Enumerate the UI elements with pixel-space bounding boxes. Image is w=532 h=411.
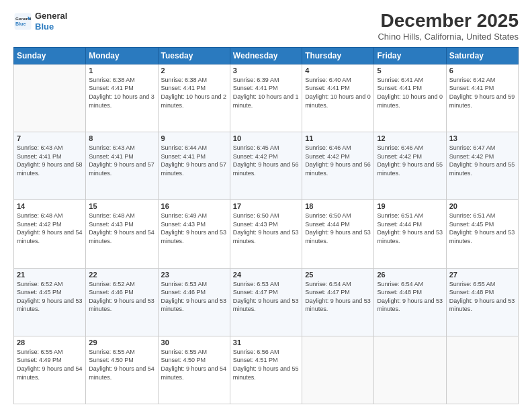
logo-text: General Blue bbox=[35, 11, 67, 32]
calendar-cell: 9Sunrise: 6:44 AMSunset: 4:41 PMDaylight… bbox=[158, 132, 230, 200]
day-info: Sunrise: 6:39 AMSunset: 4:41 PMDaylight:… bbox=[233, 76, 299, 109]
day-number: 29 bbox=[89, 338, 154, 347]
calendar-cell: 4Sunrise: 6:40 AMSunset: 4:41 PMDaylight… bbox=[302, 64, 374, 132]
day-number: 22 bbox=[89, 271, 154, 279]
header: General Blue General Blue December 2025 … bbox=[13, 11, 519, 42]
day-info: Sunrise: 6:49 AMSunset: 4:43 PMDaylight:… bbox=[161, 212, 227, 245]
calendar-cell: 10Sunrise: 6:45 AMSunset: 4:42 PMDayligh… bbox=[230, 132, 302, 200]
day-header-saturday: Saturday bbox=[446, 47, 518, 64]
day-number: 28 bbox=[17, 338, 83, 347]
day-info: Sunrise: 6:51 AMSunset: 4:45 PMDaylight:… bbox=[449, 212, 515, 245]
calendar-cell: 2Sunrise: 6:38 AMSunset: 4:41 PMDaylight… bbox=[158, 64, 230, 132]
calendar-week-row: 1Sunrise: 6:38 AMSunset: 4:41 PMDaylight… bbox=[14, 64, 519, 132]
calendar-cell: 12Sunrise: 6:46 AMSunset: 4:42 PMDayligh… bbox=[374, 132, 446, 200]
calendar-cell: 15Sunrise: 6:48 AMSunset: 4:43 PMDayligh… bbox=[86, 200, 158, 268]
day-info: Sunrise: 6:48 AMSunset: 4:43 PMDaylight:… bbox=[89, 212, 154, 245]
calendar-cell: 1Sunrise: 6:38 AMSunset: 4:41 PMDaylight… bbox=[86, 64, 158, 132]
calendar-cell: 14Sunrise: 6:48 AMSunset: 4:42 PMDayligh… bbox=[14, 200, 86, 268]
day-info: Sunrise: 6:55 AMSunset: 4:50 PMDaylight:… bbox=[89, 348, 154, 381]
day-info: Sunrise: 6:43 AMSunset: 4:41 PMDaylight:… bbox=[89, 144, 154, 177]
calendar-cell bbox=[14, 64, 86, 132]
day-info: Sunrise: 6:48 AMSunset: 4:42 PMDaylight:… bbox=[17, 212, 83, 245]
calendar-cell: 22Sunrise: 6:52 AMSunset: 4:46 PMDayligh… bbox=[86, 268, 158, 336]
day-number: 18 bbox=[305, 202, 371, 210]
day-info: Sunrise: 6:55 AMSunset: 4:49 PMDaylight:… bbox=[17, 348, 83, 381]
day-number: 27 bbox=[449, 271, 515, 279]
day-info: Sunrise: 6:55 AMSunset: 4:50 PMDaylight:… bbox=[161, 348, 227, 381]
day-info: Sunrise: 6:46 AMSunset: 4:42 PMDaylight:… bbox=[305, 144, 371, 177]
calendar-cell: 28Sunrise: 6:55 AMSunset: 4:49 PMDayligh… bbox=[14, 336, 86, 404]
calendar-cell: 11Sunrise: 6:46 AMSunset: 4:42 PMDayligh… bbox=[302, 132, 374, 200]
day-number: 30 bbox=[161, 338, 227, 347]
day-info: Sunrise: 6:53 AMSunset: 4:47 PMDaylight:… bbox=[233, 280, 299, 314]
day-info: Sunrise: 6:51 AMSunset: 4:44 PMDaylight:… bbox=[377, 212, 443, 245]
day-info: Sunrise: 6:43 AMSunset: 4:41 PMDaylight:… bbox=[17, 144, 83, 177]
calendar-week-row: 14Sunrise: 6:48 AMSunset: 4:42 PMDayligh… bbox=[14, 200, 519, 268]
calendar-cell: 20Sunrise: 6:51 AMSunset: 4:45 PMDayligh… bbox=[446, 200, 518, 268]
day-info: Sunrise: 6:46 AMSunset: 4:42 PMDaylight:… bbox=[377, 144, 443, 177]
calendar-cell bbox=[302, 336, 374, 404]
calendar-table: SundayMondayTuesdayWednesdayThursdayFrid… bbox=[13, 47, 519, 404]
calendar-cell: 17Sunrise: 6:50 AMSunset: 4:43 PMDayligh… bbox=[230, 200, 302, 268]
day-header-monday: Monday bbox=[86, 47, 158, 64]
day-number: 17 bbox=[233, 202, 299, 210]
calendar-week-row: 21Sunrise: 6:52 AMSunset: 4:45 PMDayligh… bbox=[14, 268, 519, 336]
calendar-cell bbox=[374, 336, 446, 404]
day-number: 7 bbox=[17, 134, 83, 142]
day-number: 2 bbox=[161, 66, 227, 75]
day-info: Sunrise: 6:42 AMSunset: 4:41 PMDaylight:… bbox=[449, 76, 515, 109]
day-header-tuesday: Tuesday bbox=[158, 47, 230, 64]
logo-blue: Blue bbox=[35, 21, 67, 32]
day-number: 25 bbox=[305, 271, 371, 279]
day-number: 15 bbox=[89, 202, 154, 210]
calendar-week-row: 7Sunrise: 6:43 AMSunset: 4:41 PMDaylight… bbox=[14, 132, 519, 200]
calendar-cell: 26Sunrise: 6:54 AMSunset: 4:48 PMDayligh… bbox=[374, 268, 446, 336]
calendar-cell: 13Sunrise: 6:47 AMSunset: 4:42 PMDayligh… bbox=[446, 132, 518, 200]
calendar-cell: 21Sunrise: 6:52 AMSunset: 4:45 PMDayligh… bbox=[14, 268, 86, 336]
calendar-cell: 8Sunrise: 6:43 AMSunset: 4:41 PMDaylight… bbox=[86, 132, 158, 200]
month-title: December 2025 bbox=[378, 11, 519, 32]
calendar-cell: 16Sunrise: 6:49 AMSunset: 4:43 PMDayligh… bbox=[158, 200, 230, 268]
calendar-cell: 7Sunrise: 6:43 AMSunset: 4:41 PMDaylight… bbox=[14, 132, 86, 200]
day-header-friday: Friday bbox=[374, 47, 446, 64]
calendar-cell bbox=[446, 336, 518, 404]
day-info: Sunrise: 6:53 AMSunset: 4:46 PMDaylight:… bbox=[161, 280, 227, 314]
day-number: 12 bbox=[377, 134, 443, 142]
day-number: 31 bbox=[233, 338, 299, 347]
calendar-header-row: SundayMondayTuesdayWednesdayThursdayFrid… bbox=[14, 47, 519, 64]
day-number: 26 bbox=[377, 271, 443, 279]
calendar-cell: 24Sunrise: 6:53 AMSunset: 4:47 PMDayligh… bbox=[230, 268, 302, 336]
day-number: 9 bbox=[161, 134, 227, 142]
day-info: Sunrise: 6:52 AMSunset: 4:45 PMDaylight:… bbox=[17, 280, 83, 314]
calendar-cell: 27Sunrise: 6:55 AMSunset: 4:48 PMDayligh… bbox=[446, 268, 518, 336]
day-info: Sunrise: 6:55 AMSunset: 4:48 PMDaylight:… bbox=[449, 280, 515, 314]
day-number: 14 bbox=[17, 202, 83, 210]
day-number: 1 bbox=[89, 66, 154, 75]
calendar-cell: 5Sunrise: 6:41 AMSunset: 4:41 PMDaylight… bbox=[374, 64, 446, 132]
calendar-cell: 3Sunrise: 6:39 AMSunset: 4:41 PMDaylight… bbox=[230, 64, 302, 132]
svg-text:Blue: Blue bbox=[15, 21, 26, 26]
day-header-wednesday: Wednesday bbox=[230, 47, 302, 64]
day-info: Sunrise: 6:50 AMSunset: 4:43 PMDaylight:… bbox=[233, 212, 299, 245]
logo-general: General bbox=[35, 11, 67, 21]
day-number: 13 bbox=[449, 134, 515, 142]
calendar-page: General Blue General Blue December 2025 … bbox=[0, 0, 532, 411]
day-header-thursday: Thursday bbox=[302, 47, 374, 64]
day-info: Sunrise: 6:38 AMSunset: 4:41 PMDaylight:… bbox=[89, 76, 154, 109]
day-number: 20 bbox=[449, 202, 515, 210]
day-info: Sunrise: 6:47 AMSunset: 4:42 PMDaylight:… bbox=[449, 144, 515, 177]
day-info: Sunrise: 6:41 AMSunset: 4:41 PMDaylight:… bbox=[377, 76, 443, 109]
day-number: 8 bbox=[89, 134, 154, 142]
calendar-cell: 19Sunrise: 6:51 AMSunset: 4:44 PMDayligh… bbox=[374, 200, 446, 268]
day-number: 5 bbox=[377, 66, 443, 75]
day-number: 3 bbox=[233, 66, 299, 75]
day-number: 10 bbox=[233, 134, 299, 142]
calendar-cell: 29Sunrise: 6:55 AMSunset: 4:50 PMDayligh… bbox=[86, 336, 158, 404]
calendar-cell: 30Sunrise: 6:55 AMSunset: 4:50 PMDayligh… bbox=[158, 336, 230, 404]
calendar-cell: 18Sunrise: 6:50 AMSunset: 4:44 PMDayligh… bbox=[302, 200, 374, 268]
day-info: Sunrise: 6:40 AMSunset: 4:41 PMDaylight:… bbox=[305, 76, 371, 109]
day-number: 6 bbox=[449, 66, 515, 75]
day-number: 21 bbox=[17, 271, 83, 279]
location: Chino Hills, California, United States bbox=[378, 32, 519, 42]
day-number: 19 bbox=[377, 202, 443, 210]
